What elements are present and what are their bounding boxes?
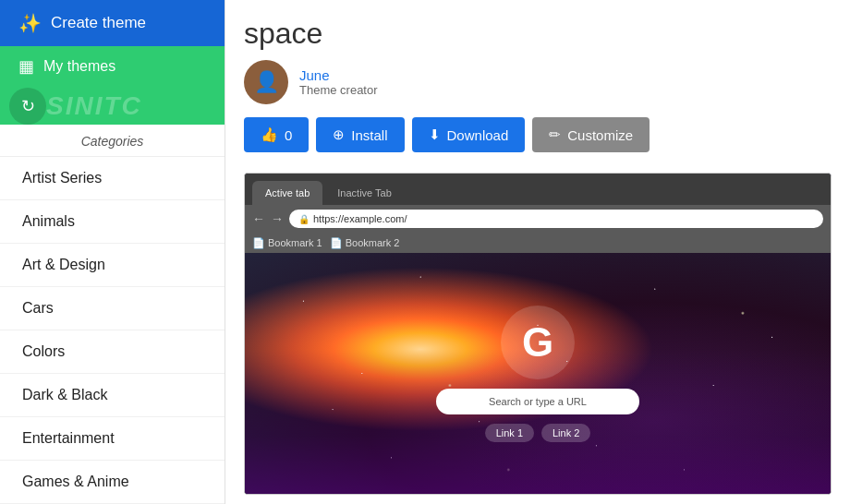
creator-role: Theme creator bbox=[299, 83, 378, 97]
like-count: 0 bbox=[285, 127, 292, 143]
bookmark-icon-1: 📄 bbox=[252, 237, 265, 249]
url-bar[interactable]: 🔒 https://example.com/ bbox=[289, 210, 823, 228]
category-item[interactable]: Entertainment bbox=[0, 417, 225, 461]
back-button[interactable]: ← bbox=[252, 211, 265, 226]
main-content: space 👤 June Theme creator 👍 0 ⊕ Install… bbox=[225, 0, 850, 504]
theme-preview: Active tab Inactive Tab ← → 🔒 https://ex… bbox=[244, 173, 832, 495]
bookmark-icon-2: 📄 bbox=[330, 237, 343, 249]
download-button[interactable]: ⬇ Download bbox=[412, 117, 526, 152]
like-button[interactable]: 👍 0 bbox=[244, 117, 309, 152]
active-tab: Active tab bbox=[252, 181, 322, 205]
category-item[interactable]: Art & Design bbox=[0, 244, 225, 287]
install-button[interactable]: ⊕ Install bbox=[316, 117, 404, 152]
install-label: Install bbox=[351, 127, 387, 143]
lock-icon: 🔒 bbox=[298, 214, 310, 224]
browser-tabs: Active tab Inactive Tab bbox=[245, 174, 831, 205]
category-item[interactable]: Dark & Black bbox=[0, 374, 225, 417]
download-icon: ⬇ bbox=[429, 126, 441, 143]
bookmark-2-label: Bookmark 2 bbox=[346, 237, 400, 248]
action-buttons: 👍 0 ⊕ Install ⬇ Download ✏ Customize bbox=[244, 117, 832, 152]
theme-title: space bbox=[244, 17, 832, 51]
download-label: Download bbox=[447, 127, 509, 143]
install-icon: ⊕ bbox=[333, 126, 345, 143]
link-2[interactable]: Link 2 bbox=[541, 424, 590, 442]
my-themes-button[interactable]: ▦ My themes bbox=[0, 46, 225, 87]
grid-icon: ▦ bbox=[18, 56, 34, 77]
logo-area: ↻ SINITC bbox=[0, 87, 225, 125]
logo-text: SINITC bbox=[46, 91, 142, 121]
theme-header: space 👤 June Theme creator 👍 0 ⊕ Install… bbox=[225, 0, 850, 173]
category-item[interactable]: Artist Series bbox=[0, 157, 225, 200]
customize-button[interactable]: ✏ Customize bbox=[532, 117, 650, 152]
creator-row: 👤 June Theme creator bbox=[244, 60, 832, 104]
my-themes-label: My themes bbox=[43, 58, 115, 75]
thumbs-up-icon: 👍 bbox=[261, 126, 278, 143]
categories-heading: Categories bbox=[0, 125, 225, 157]
create-theme-button[interactable]: ✨ Create theme bbox=[0, 0, 225, 46]
customize-label: Customize bbox=[567, 127, 633, 143]
search-bar[interactable]: Search or type a URL bbox=[436, 389, 639, 414]
shortcut-links: Link 1 Link 2 bbox=[485, 424, 591, 442]
sidebar: ✨ Create theme ▦ My themes ↻ SINITC Cate… bbox=[0, 0, 225, 504]
bookmark-1[interactable]: 📄 Bookmark 1 bbox=[252, 237, 322, 249]
refresh-icon: ↻ bbox=[21, 96, 35, 116]
avatar: 👤 bbox=[244, 60, 288, 104]
sparkle-icon: ✨ bbox=[18, 12, 42, 34]
category-item[interactable]: Colors bbox=[0, 330, 225, 374]
inactive-tab-label: Inactive Tab bbox=[337, 187, 392, 198]
space-background: G Search or type a URL Link 1 Link 2 bbox=[245, 253, 831, 494]
creator-name[interactable]: June bbox=[299, 67, 378, 83]
category-item[interactable]: Animals bbox=[0, 200, 225, 244]
link-1[interactable]: Link 1 bbox=[485, 424, 534, 442]
browser-toolbar: ← → 🔒 https://example.com/ bbox=[245, 205, 831, 233]
bookmarks-bar: 📄 Bookmark 1 📄 Bookmark 2 bbox=[245, 233, 831, 253]
bookmark-2[interactable]: 📄 Bookmark 2 bbox=[330, 237, 400, 249]
inactive-tab: Inactive Tab bbox=[324, 181, 405, 205]
category-item[interactable]: Games & Anime bbox=[0, 461, 225, 504]
creator-info: June Theme creator bbox=[299, 67, 378, 97]
logo-icon: ↻ bbox=[9, 88, 46, 125]
active-tab-label: Active tab bbox=[265, 187, 310, 198]
pencil-icon: ✏ bbox=[549, 126, 561, 143]
bookmark-1-label: Bookmark 1 bbox=[268, 237, 322, 248]
category-item[interactable]: Cars bbox=[0, 287, 225, 330]
forward-button[interactable]: → bbox=[271, 211, 284, 226]
search-placeholder: Search or type a URL bbox=[489, 396, 587, 407]
create-theme-label: Create theme bbox=[51, 14, 146, 32]
google-logo: G bbox=[501, 306, 575, 379]
url-text: https://example.com/ bbox=[313, 213, 407, 224]
